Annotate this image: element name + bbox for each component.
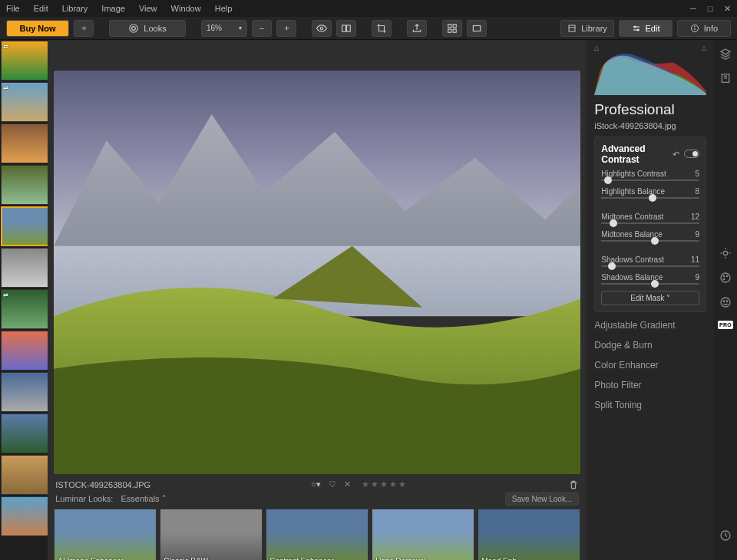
slider-thumb[interactable] [649,194,656,202]
crop-button[interactable] [372,20,392,37]
slider-thumb[interactable] [610,219,617,227]
thumbnail-selected[interactable] [1,206,48,246]
slider-thumb[interactable] [651,237,659,245]
histogram[interactable]: △ △ [594,46,706,95]
menu-library[interactable]: Library [62,4,88,13]
tool-adjustable-gradient[interactable]: Adjustable Gradient [594,320,706,331]
mode-library-button[interactable]: Library [560,20,614,37]
essentials-category-icon[interactable] [719,72,732,84]
thumbnail[interactable] [1,124,48,163]
compare-button[interactable] [336,20,356,37]
tool-photo-filter[interactable]: Photo Filter [594,380,706,390]
buy-now-button[interactable]: Buy Now [6,20,69,37]
thumbnail[interactable] [1,331,48,371]
image-canvas[interactable] [54,71,580,474]
slider-highlights-balance[interactable]: Highlights Balance8 [601,187,699,199]
mode-edit-button[interactable]: Edit [619,20,673,37]
thumbnail[interactable]: ⇄ [1,41,48,81]
looks-strip[interactable]: AI Image Enhancer Classic B&W Contrast E… [48,506,587,560]
look-preset[interactable]: Classic B&W [160,509,263,560]
svg-rect-7 [448,29,451,32]
menu-file[interactable]: File [6,4,20,13]
thumbnail[interactable] [1,372,48,412]
slider-track[interactable] [601,222,699,224]
svg-point-31 [723,278,724,279]
slider-midtones-contrast[interactable]: Midtones Contrast12 [601,212,699,224]
add-button[interactable]: ＋ [74,20,94,37]
edit-mask-button[interactable]: Edit Mask ˅ [601,291,699,305]
rating-stars[interactable]: ★★★★★ [362,479,408,489]
chevron-down-icon: ▾ [239,25,242,31]
menu-view[interactable]: View [139,4,157,13]
slider-track[interactable] [601,265,699,267]
zoom-in-button[interactable]: ＋ [276,20,296,37]
zoom-out-button[interactable]: − [252,20,272,37]
edited-badge-icon: ⇄ [3,84,8,91]
light-category-icon[interactable] [719,247,732,259]
save-look-button[interactable]: Save New Look... [505,492,579,506]
thumbnail[interactable]: ⇄ [1,289,48,329]
slider-shadows-contrast[interactable]: Shadows Contrast11 [601,255,699,267]
slider-track[interactable] [601,197,699,199]
looks-button[interactable]: Looks [109,20,186,37]
thumbnail[interactable] [1,455,48,495]
svg-point-1 [132,26,136,30]
close-icon[interactable]: ✕ [723,5,731,12]
shadow-clip-icon[interactable]: △ [594,44,599,51]
favorite-button[interactable]: ♡ [329,479,336,489]
look-preset[interactable]: Mood Enh [478,509,580,560]
mode-info-label: Info [704,24,718,33]
tool-dodge-burn[interactable]: Dodge & Burn [594,340,706,351]
thumbnail[interactable] [1,248,48,288]
thumbnail[interactable]: ⇄ [1,82,48,122]
color-label-button[interactable]: ○▾ [311,479,321,489]
color-category-icon[interactable] [719,272,732,284]
menu-image[interactable]: Image [101,4,125,13]
highlight-clip-icon[interactable]: △ [702,44,706,51]
slider-thumb[interactable] [604,176,612,184]
looks-bar: Luminar Looks: Essentials ˄ Save New Loo… [48,492,587,506]
slider-track[interactable] [601,283,699,285]
slider-track[interactable] [601,180,699,181]
trash-button[interactable] [568,479,579,490]
slider-highlights-contrast[interactable]: Highlights Contrast5 [601,170,699,181]
minimize-icon[interactable]: ─ [689,5,697,12]
looks-category-select[interactable]: Essentials ˄ [121,494,166,504]
zoom-select[interactable]: 16% ▾ [201,20,247,37]
menu-edit[interactable]: Edit [34,4,48,13]
slider-thumb[interactable] [651,280,659,288]
slider-shadows-balance[interactable]: Shadows Balance9 [601,273,699,285]
card-toggle[interactable] [684,150,699,158]
look-preset[interactable]: AI Image Enhancer [54,509,157,560]
looks-label: Looks [144,24,166,33]
menu-help[interactable]: Help [215,4,233,13]
svg-point-32 [721,298,730,307]
tool-color-enhancer[interactable]: Color Enhancer [594,360,706,371]
crop-icon [376,23,387,34]
mode-info-button[interactable]: Info [677,20,731,37]
layers-category-icon[interactable] [719,48,732,60]
filmstrip[interactable]: ⇄ ⇄ ⇄ [0,40,48,560]
thumbnail[interactable] [1,413,48,453]
slider-midtones-balance[interactable]: Midtones Balance9 [601,230,699,242]
reset-button[interactable]: ↶ [673,150,679,160]
history-icon[interactable] [719,529,732,542]
preview-eye-button[interactable] [312,20,332,37]
maximize-icon[interactable]: □ [706,5,714,12]
slider-track[interactable] [601,240,699,242]
svg-point-29 [723,275,724,276]
creative-category-icon[interactable] [719,296,732,308]
thumbnail[interactable] [1,165,48,205]
thumbnail[interactable] [1,496,48,536]
slider-thumb[interactable] [608,262,616,270]
reject-button[interactable]: ✕ [344,479,351,489]
pro-category-badge[interactable]: PRO [718,321,733,329]
grid-view-button[interactable] [442,20,462,37]
sliders-icon [632,24,641,33]
export-button[interactable] [407,20,427,37]
look-preset[interactable]: Haze Removal [372,509,474,560]
tool-split-toning[interactable]: Split Toning [594,400,706,410]
single-view-button[interactable] [467,20,487,37]
look-preset[interactable]: Contrast Enhancer [266,509,368,560]
menu-window[interactable]: Window [171,4,201,13]
